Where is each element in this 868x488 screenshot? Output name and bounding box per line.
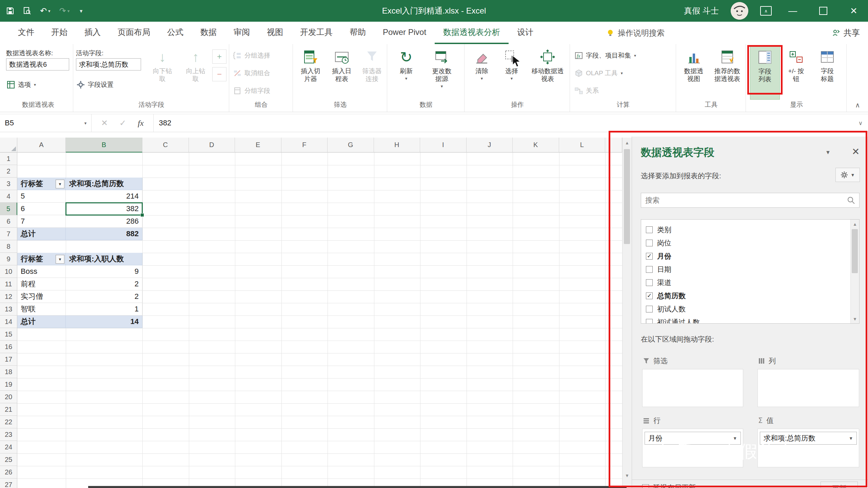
pivot-row-label[interactable]: 智联 [17, 303, 66, 316]
tab-审阅[interactable]: 审阅 [225, 22, 258, 44]
pane-options-icon[interactable]: ▼ [825, 149, 831, 156]
pivot-value[interactable]: 2 [66, 290, 142, 303]
pivot-value[interactable]: 9 [66, 265, 142, 278]
field-checkbox[interactable] [646, 306, 653, 312]
field-checkbox[interactable] [646, 226, 653, 233]
maximize-button[interactable] [814, 0, 833, 22]
field-checkbox[interactable]: ✓ [646, 253, 653, 260]
worksheet[interactable]: ABCDEFGHIJKL1234567891011121314151617181… [0, 138, 622, 488]
pivot-value[interactable]: 2 [66, 278, 142, 290]
row-header-14[interactable]: 14 [0, 316, 17, 328]
account-name[interactable]: 真假 斗士 [684, 5, 719, 16]
print-preview-icon[interactable] [23, 7, 31, 15]
close-button[interactable]: ✕ [844, 0, 863, 22]
field-headers-button[interactable]: 字段标题 [812, 46, 842, 100]
fill-handle[interactable] [140, 213, 144, 217]
field-item-渠道[interactable]: 渠道 [641, 276, 845, 289]
tab-设计[interactable]: 设计 [509, 22, 542, 44]
row-header-21[interactable]: 21 [0, 403, 17, 416]
pivot-row-label-header[interactable]: 行标签▼ [17, 178, 66, 190]
field-item-日期[interactable]: 日期 [641, 263, 845, 276]
row-header-10[interactable]: 10 [0, 265, 17, 278]
tab-公式[interactable]: 公式 [159, 22, 192, 44]
insert-slicer-button[interactable]: 插入切片器 [296, 46, 326, 100]
pivot-grand-total-value[interactable]: 882 [66, 228, 142, 240]
expand-formula-bar-icon[interactable]: ∨ [853, 114, 868, 132]
tab-帮助[interactable]: 帮助 [341, 22, 374, 44]
row-header-19[interactable]: 19 [0, 378, 17, 391]
tab-插入[interactable]: 插入 [76, 22, 109, 44]
row-header-9[interactable]: 9 [0, 253, 17, 265]
field-checkbox[interactable]: ✓ [646, 292, 653, 299]
pivot-value[interactable]: 1 [66, 303, 142, 316]
row-header-5[interactable]: 5 [0, 203, 17, 215]
pivot-grand-total-label[interactable]: 总计 [17, 316, 66, 328]
options-button[interactable]: 选项▾ [5, 77, 38, 93]
row-header-23[interactable]: 23 [0, 428, 17, 441]
tab-数据[interactable]: 数据 [192, 22, 225, 44]
pivot-value[interactable]: 286 [66, 215, 142, 228]
row-header-2[interactable]: 2 [0, 165, 17, 178]
pivot-grand-total-value[interactable]: 14 [66, 316, 142, 328]
row-header-4[interactable]: 4 [0, 190, 17, 203]
scroll-down-icon[interactable]: ▼ [623, 473, 632, 478]
row-header-25[interactable]: 25 [0, 453, 17, 466]
tab-开发工具[interactable]: 开发工具 [292, 22, 341, 44]
column-header-J[interactable]: J [467, 138, 513, 152]
field-item-类别[interactable]: 类别 [641, 223, 845, 236]
change-data-source-button[interactable]: 更改数据源 ▾ [423, 46, 460, 100]
pivot-row-label[interactable]: 实习僧 [17, 290, 66, 303]
pivot-row-label-header[interactable]: 行标签▼ [17, 253, 66, 265]
refresh-button[interactable]: ↻ 刷新 ▾ [391, 46, 421, 100]
row-header-16[interactable]: 16 [0, 341, 17, 353]
field-item-岗位[interactable]: 岗位 [641, 236, 845, 249]
field-checkbox[interactable] [646, 279, 653, 286]
column-header-B[interactable]: B [66, 138, 142, 152]
row-header-1[interactable]: 1 [0, 152, 17, 165]
field-checkbox[interactable] [646, 266, 653, 273]
insert-function-icon[interactable]: fx [138, 119, 143, 128]
row-header-3[interactable]: 3 [0, 178, 17, 190]
row-header-17[interactable]: 17 [0, 353, 17, 366]
save-icon[interactable] [6, 7, 14, 15]
field-list-button[interactable]: 字段列表 [750, 46, 780, 100]
field-search-input[interactable]: 搜索 [641, 193, 860, 208]
clear-button[interactable]: 清除 ▾ [468, 46, 496, 100]
defer-layout-row[interactable]: 延迟布局更新 [642, 483, 696, 488]
field-item-总简历数[interactable]: ✓总简历数 [641, 289, 845, 302]
field-item-月份[interactable]: ✓月份 [641, 249, 845, 263]
row-header-15[interactable]: 15 [0, 328, 17, 341]
customize-qat-icon[interactable]: ▾ [78, 8, 82, 14]
avatar[interactable] [730, 2, 749, 20]
values-area-box[interactable]: 求和项:总简历数▼ [757, 429, 859, 467]
pivot-value-header[interactable]: 求和项:入职人数 [66, 253, 142, 265]
undo-button[interactable]: ↶▾ [40, 6, 51, 16]
column-header-G[interactable]: G [328, 138, 374, 152]
pivot-row-label[interactable]: 6 [17, 203, 66, 215]
pivot-row-label[interactable]: Boss [17, 265, 66, 278]
select-button[interactable]: 选择 ▾ [498, 46, 526, 100]
filters-area-box[interactable] [642, 369, 743, 407]
fields-items-sets-button[interactable]: fx 字段、项目和集▾ [573, 47, 638, 64]
field-checkbox[interactable] [646, 240, 653, 246]
tab-文件[interactable]: 文件 [9, 22, 43, 44]
name-box[interactable]: B5 [0, 114, 80, 132]
tab-Power Pivot[interactable]: Power Pivot [374, 22, 435, 44]
plus-minus-buttons-button[interactable]: +/- 按钮 [781, 46, 811, 100]
pivot-row-label[interactable]: 5 [17, 190, 66, 203]
collapse-ribbon-icon[interactable]: ∧ [855, 101, 860, 109]
row-header-8[interactable]: 8 [0, 240, 17, 253]
row-header-24[interactable]: 24 [0, 441, 17, 453]
scrollbar-thumb[interactable] [624, 149, 630, 244]
column-header-H[interactable]: H [374, 138, 420, 152]
column-header-F[interactable]: F [281, 138, 328, 152]
scroll-up-icon[interactable]: ▲ [623, 140, 632, 145]
columns-area-box[interactable] [757, 369, 859, 407]
row-header-6[interactable]: 6 [0, 215, 17, 228]
insert-timeline-button[interactable]: 插入日程表 [327, 46, 357, 100]
select-all-corner[interactable] [0, 138, 17, 152]
column-header-K[interactable]: K [513, 138, 559, 152]
tab-页面布局[interactable]: 页面布局 [109, 22, 159, 44]
field-settings-button[interactable]: 字段设置 [75, 77, 116, 93]
row-header-13[interactable]: 13 [0, 303, 17, 316]
